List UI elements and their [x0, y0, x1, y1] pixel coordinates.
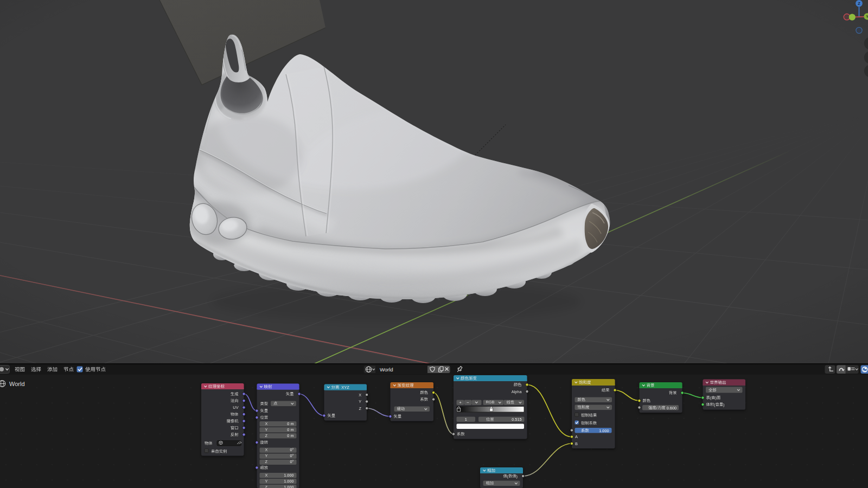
svg-text:Alpha: Alpha: [512, 389, 522, 394]
svg-text:): ): [516, 474, 518, 479]
svg-text:0°: 0°: [290, 453, 294, 458]
svg-text:1.000: 1.000: [284, 479, 293, 484]
svg-text:XYZ: XYZ: [341, 385, 349, 390]
svg-text:X: X: [265, 447, 268, 452]
svg-text:Y: Y: [265, 427, 268, 432]
svg-text:0 m: 0 m: [287, 427, 293, 432]
svg-text:1.000: 1.000: [599, 428, 609, 433]
svg-text:−: −: [467, 400, 469, 405]
svg-text:Z: Z: [265, 485, 268, 488]
svg-text:): ): [723, 402, 724, 407]
svg-text:1: 1: [465, 417, 467, 422]
svg-text:B: B: [575, 441, 578, 446]
svg-text:Z: Z: [359, 406, 362, 411]
svg-text:1.000: 1.000: [284, 485, 293, 488]
svg-text:0 m: 0 m: [287, 421, 293, 426]
svg-text:A: A: [575, 434, 578, 439]
svg-text:Y: Y: [265, 453, 268, 458]
svg-text:Y: Y: [265, 479, 268, 484]
svg-text:+: +: [459, 400, 462, 405]
svg-text:X: X: [265, 421, 268, 426]
svg-text:UV: UV: [233, 405, 238, 410]
svg-text:World: World: [9, 381, 25, 387]
svg-text:0°: 0°: [290, 459, 294, 464]
svg-text:): ): [716, 395, 717, 400]
svg-text:Y: Y: [866, 15, 868, 18]
svg-text:Z: Z: [858, 1, 860, 6]
svg-text:X: X: [265, 473, 268, 478]
svg-text:Y: Y: [359, 399, 361, 404]
svg-text:0.600: 0.600: [667, 406, 676, 410]
svg-text:Z: Z: [265, 433, 268, 438]
svg-text:0 m: 0 m: [287, 433, 293, 438]
svg-text:World: World: [380, 367, 393, 373]
svg-text:0.515: 0.515: [512, 417, 521, 422]
svg-text:RGB: RGB: [486, 400, 495, 404]
svg-text:1.000: 1.000: [284, 473, 293, 478]
svg-text:Z: Z: [265, 459, 268, 464]
svg-text:0°: 0°: [290, 447, 294, 452]
svg-text:X: X: [359, 393, 361, 397]
